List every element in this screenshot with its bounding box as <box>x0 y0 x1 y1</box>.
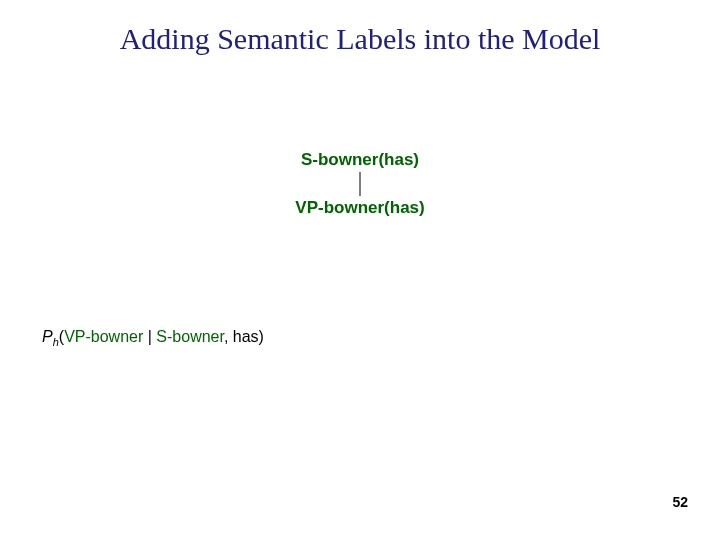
formula-arg-vp: VP-bowner <box>64 328 143 345</box>
formula-P: P <box>42 328 53 345</box>
tree-root-node: S-bowner(has) <box>0 150 720 170</box>
formula-sep-comma: , <box>224 328 233 345</box>
formula-arg-s: S-bowner <box>156 328 224 345</box>
slide: Adding Semantic Labels into the Model S-… <box>0 0 720 540</box>
tree-child-node: VP-bowner(has) <box>0 198 720 218</box>
tree-edge <box>359 172 361 196</box>
probability-formula: Ph(VP-bowner | S-bowner, has) <box>42 328 264 346</box>
formula-sep-bar: | <box>143 328 156 345</box>
parse-tree: S-bowner(has) VP-bowner(has) <box>0 150 720 219</box>
formula-close: ) <box>259 328 264 345</box>
page-number: 52 <box>672 494 688 510</box>
page-title: Adding Semantic Labels into the Model <box>0 22 720 56</box>
formula-arg-head: has <box>233 328 259 345</box>
